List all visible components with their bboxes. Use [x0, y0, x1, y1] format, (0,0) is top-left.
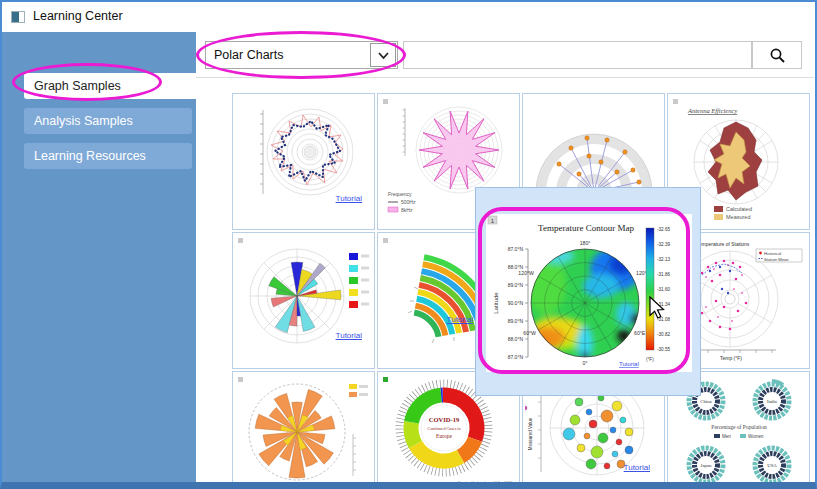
- category-dropdown[interactable]: Polar Charts: [205, 41, 398, 69]
- title-bar: Learning Center: [2, 2, 815, 32]
- starburst-legend-1: 8kHz: [401, 207, 413, 213]
- preview-card[interactable]: 1 Temperature Contour Map: [486, 214, 692, 372]
- tutorial-link[interactable]: Tutorial: [336, 331, 362, 340]
- angle-label-lower-right: 60°E: [634, 330, 646, 336]
- temperature-contour-chart: 1 Temperature Contour Map: [486, 214, 692, 372]
- antenna-legend-1: Measured: [726, 214, 750, 220]
- population-title: Percentage of Population: [711, 424, 767, 430]
- toolbar-separator: [196, 77, 814, 78]
- population-country-2: Japan: [701, 463, 713, 468]
- colorbar-tick: -32.65: [657, 227, 670, 232]
- sidebar-item-label: Learning Resources: [34, 149, 146, 163]
- tutorial-link[interactable]: Tutorial: [619, 361, 639, 367]
- colorbar-tick: -31.86: [657, 272, 670, 277]
- sidebar-item-analysis-samples[interactable]: Analysis Samples: [24, 108, 192, 134]
- thumbnail-polar-line-symbol[interactable]: Tutorial: [232, 93, 375, 230]
- lat-tick: 87.0°N: [508, 246, 524, 252]
- popup-y-axis-label: Latitude: [493, 292, 499, 314]
- population-country-0: China: [700, 399, 712, 404]
- covid-title-line3: Europe: [436, 433, 452, 439]
- antenna-legend-0: Calculated: [726, 206, 752, 212]
- search-icon: [769, 47, 786, 64]
- angle-label-bottom: 0°: [583, 360, 588, 366]
- window-title: Learning Center: [33, 9, 123, 23]
- lat-tick: 89.0°N: [508, 318, 524, 324]
- chevron-down-icon[interactable]: [370, 43, 396, 67]
- lat-tick: 90.0°N: [508, 300, 524, 306]
- popup-title: Temperature Contour Map: [538, 223, 634, 233]
- starburst-legend-title: Frequency: [388, 191, 412, 197]
- colorbar-tick: -30.82: [657, 332, 670, 337]
- colorbar-tick: -32.13: [657, 257, 670, 262]
- colorbar-unit: (°F): [646, 357, 654, 362]
- thumbnail-windrose-color[interactable]: Tutorial: [232, 232, 375, 369]
- starburst-legend-0: 500Hz: [401, 199, 416, 205]
- angle-label-lower-left: 60°W: [523, 330, 536, 336]
- lat-tick: 89.0°N: [508, 282, 524, 288]
- thumbnail-windrose-orange[interactable]: [232, 371, 375, 487]
- sidebar: Graph Samples Analysis Samples Learning …: [2, 32, 196, 484]
- stations-xlabel: Temp (°F): [720, 355, 742, 361]
- covid-caption: Number Updated as of 3 Apr 2020: [457, 481, 512, 485]
- covid-title-line1: COVID-19: [429, 416, 460, 423]
- sidebar-item-label: Analysis Samples: [34, 114, 133, 128]
- stations-legend-1: Station Mean: [764, 257, 789, 262]
- population-country-1: India: [767, 399, 778, 404]
- sidebar-item-label: Graph Samples: [34, 79, 121, 93]
- colorbar-tick: -30.55: [657, 347, 670, 352]
- angle-label-upper-left: 120°W: [518, 270, 534, 276]
- population-legend-0: Men: [722, 434, 731, 439]
- angle-label-top: 180°: [580, 240, 591, 246]
- lat-tick: 87.0°N: [508, 354, 524, 360]
- stations-legend-0: Historical: [764, 251, 781, 256]
- preview-popup: 1 Temperature Contour Map: [475, 187, 701, 396]
- population-legend-1: Women: [748, 434, 764, 439]
- tutorial-link[interactable]: Tutorial: [336, 194, 362, 203]
- learning-center-window: Learning Center Graph Samples Analysis S…: [0, 0, 817, 489]
- sidebar-item-learning-resources[interactable]: Learning Resources: [24, 143, 192, 169]
- covid-title-line2: Confirmed Cases in: [427, 426, 461, 431]
- category-dropdown-value: Polar Charts: [214, 48, 283, 62]
- colorbar-tick: -32.39: [657, 242, 670, 247]
- colorbar: [646, 228, 654, 350]
- colorbar-tick: -31.60: [657, 287, 670, 292]
- search-button[interactable]: [752, 41, 802, 69]
- search-input[interactable]: [403, 41, 752, 69]
- windrose-orange-chart: [237, 376, 372, 488]
- mouse-cursor: [648, 296, 666, 320]
- lat-tick: 88.0°N: [508, 336, 524, 342]
- tutorial-link[interactable]: Tutorial: [624, 463, 650, 472]
- window-icon: [11, 11, 25, 23]
- tutorial-link[interactable]: Tutorial: [447, 315, 473, 324]
- sidebar-item-graph-samples[interactable]: Graph Samples: [24, 73, 196, 99]
- population-country-3: USA: [767, 463, 777, 468]
- antenna-title: Antenna Efficiency: [687, 107, 737, 114]
- cell-index-marker: [383, 238, 388, 243]
- bubble-ylabel: Measured Value: [528, 417, 533, 450]
- polar-line-symbol-chart: [243, 102, 365, 202]
